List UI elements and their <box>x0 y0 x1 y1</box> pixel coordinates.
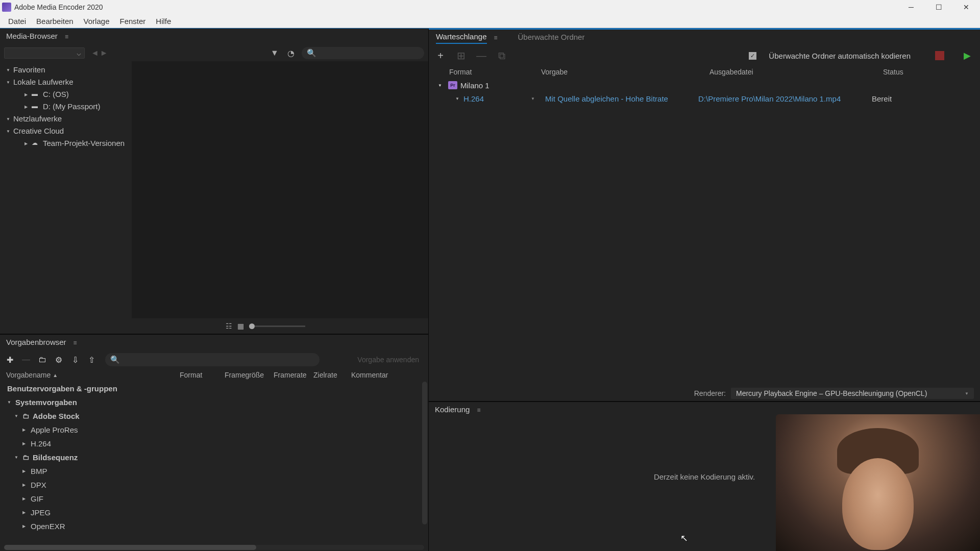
preset-user-group: Benutzervorgaben & -gruppen <box>0 382 428 395</box>
header-name[interactable]: Vorgabename <box>6 371 51 379</box>
preset-gif: ▶GIF <box>0 492 428 506</box>
header-output[interactable]: Ausgabedatei <box>709 68 883 76</box>
header-framerate[interactable]: Framerate <box>274 371 313 379</box>
import-preset-icon[interactable]: ⇩ <box>69 355 81 365</box>
menu-help[interactable]: Hilfe <box>151 15 176 27</box>
media-browser-search[interactable]: 🔍 <box>302 47 424 59</box>
filter-icon[interactable]: ▼ <box>269 47 280 59</box>
tab-watch-folders[interactable]: Überwachte Ordner <box>518 33 585 43</box>
search-icon: 🔍 <box>110 355 120 364</box>
sort-icon[interactable]: ▲ <box>53 372 58 378</box>
preset-scrollbar[interactable] <box>422 382 427 524</box>
tree-drive-d[interactable]: ▬D: (My Passport) <box>0 100 132 112</box>
tree-creative-cloud[interactable]: Creative Cloud <box>0 124 132 137</box>
renderer-label: Renderer: <box>694 389 726 397</box>
header-format[interactable]: Format <box>180 371 225 379</box>
panel-menu-icon[interactable]: ≡ <box>477 407 480 414</box>
queue-panel: Warteschlange ≡ Überwachte Ordner + ⊞ — … <box>429 30 980 402</box>
header-status[interactable]: Status <box>883 68 944 76</box>
search-icon: 🔍 <box>307 48 316 58</box>
tree-local-drives[interactable]: Lokale Laufwerke <box>0 76 132 88</box>
preset-h264: ▶H.264 <box>0 437 428 450</box>
header-comment[interactable]: Kommentar <box>351 371 388 379</box>
export-preset-icon[interactable]: ⇧ <box>86 355 97 365</box>
app-title: Adobe Media Encoder 2020 <box>14 3 897 11</box>
maximize-button[interactable]: ☐ <box>925 0 952 14</box>
add-source-button[interactable]: + <box>435 50 446 62</box>
close-button[interactable]: ✕ <box>952 0 980 14</box>
add-output-button[interactable]: ⊞ <box>455 49 467 62</box>
tree-drive-c[interactable]: ▬C: (OS) <box>0 88 132 100</box>
encoding-status-message: Derzeit keine Kodierung aktiv. <box>654 472 755 481</box>
premiere-icon: Pr <box>448 81 457 89</box>
preset-image-sequence: ▼🗀Bildsequenz <box>0 450 428 464</box>
app-icon <box>2 3 11 12</box>
preset-jpeg: ▶JPEG <box>0 506 428 519</box>
media-browser-panel: Media-Browser ≡ ⌵ ◄ ► ▼ ◔ 🔍 <box>0 29 428 335</box>
queue-item-header[interactable]: ▼ Pr Milano 1 <box>438 79 980 92</box>
preset-headers: Vorgabename▲ Format Framegröße Framerate… <box>0 368 428 382</box>
stop-queue-button[interactable] <box>935 51 944 60</box>
media-browser-tree[interactable]: Favoriten Lokale Laufwerke ▬C: (OS) ▬D: … <box>0 61 132 318</box>
minimize-button[interactable]: ─ <box>897 0 925 14</box>
tree-network[interactable]: Netzlaufwerke <box>0 112 132 124</box>
auto-encode-checkbox[interactable]: ✓ <box>749 52 756 60</box>
preset-apple-prores: ▶Apple ProRes <box>0 423 428 437</box>
encoding-title[interactable]: Kodierung <box>435 405 470 415</box>
panel-menu-icon[interactable]: ≡ <box>65 33 68 40</box>
menu-window[interactable]: Fenster <box>114 15 151 27</box>
nav-forward-icon[interactable]: ► <box>100 48 108 58</box>
add-preset-icon[interactable]: ✚ <box>4 355 15 365</box>
preset-settings-icon[interactable]: ⚙ <box>53 355 64 365</box>
titlebar: Adobe Media Encoder 2020 ─ ☐ ✕ <box>0 0 980 14</box>
apply-preset-button: Vorgabe anwenden <box>357 356 419 364</box>
preset-openexr: ▶OpenEXR <box>0 519 428 533</box>
panel-menu-icon[interactable]: ≡ <box>74 339 77 346</box>
preset-adobe-stock: ▼🗀Adobe Stock <box>0 409 428 423</box>
webcam-overlay <box>776 414 980 551</box>
preset-tree[interactable]: Benutzervorgaben & -gruppen ▼Systemvorga… <box>0 382 428 544</box>
preset-h-scrollbar[interactable] <box>4 545 424 550</box>
duplicate-button[interactable]: ⧉ <box>496 50 507 62</box>
preset-browser-panel: Vorgabenbrowser ≡ ✚ — 🗀 ⚙ ⇩ ⇧ 🔍 Vorgabe … <box>0 335 428 551</box>
menubar: Datei Bearbeiten Vorlage Fenster Hilfe <box>0 14 980 28</box>
output-path[interactable]: D:\Premiere Pro\Milan 2022\Milano 1.mp4 <box>698 94 872 103</box>
thumbnail-size-slider[interactable] <box>249 325 305 327</box>
preset-dpx: ▶DPX <box>0 478 428 492</box>
header-framesize[interactable]: Framegröße <box>225 371 274 379</box>
media-browser-title[interactable]: Media-Browser <box>6 32 58 42</box>
ingest-icon[interactable]: ◔ <box>285 47 297 59</box>
queue-item-name: Milano 1 <box>460 81 489 90</box>
menu-edit[interactable]: Bearbeiten <box>31 15 79 27</box>
preset-system-group: ▼Systemvorgaben <box>0 395 428 409</box>
menu-preset[interactable]: Vorlage <box>79 15 115 27</box>
media-browser-content[interactable] <box>132 61 428 318</box>
remove-preset-icon[interactable]: — <box>20 355 32 364</box>
nav-back-icon[interactable]: ◄ <box>91 48 99 58</box>
renderer-dropdown[interactable]: Mercury Playback Engine – GPU-Beschleuni… <box>731 388 974 399</box>
output-format[interactable]: H.264 <box>463 94 484 103</box>
thumbnail-view-icon[interactable]: ▦ <box>237 322 244 330</box>
output-status: Bereit <box>872 94 892 103</box>
header-format[interactable]: Format <box>449 68 541 76</box>
output-preset[interactable]: Mit Quelle abgleichen - Hohe Bitrate <box>545 94 698 103</box>
remove-button[interactable]: — <box>476 50 487 62</box>
preset-browser-title[interactable]: Vorgabenbrowser <box>6 338 66 348</box>
tab-queue[interactable]: Warteschlange <box>436 32 487 44</box>
tree-favorites[interactable]: Favoriten <box>0 63 132 76</box>
new-group-icon[interactable]: 🗀 <box>37 355 48 364</box>
start-queue-button[interactable]: ▶ <box>964 50 971 61</box>
preset-search[interactable]: 🔍 <box>105 353 320 366</box>
format-dropdown-icon[interactable]: ▼ <box>531 96 535 101</box>
header-bitrate[interactable]: Zielrate <box>313 371 351 379</box>
panel-menu-icon[interactable]: ≡ <box>494 34 498 41</box>
menu-file[interactable]: Datei <box>3 15 31 27</box>
auto-encode-label: Überwachte Ordner automatisch kodieren <box>769 52 911 60</box>
list-view-icon[interactable]: ☷ <box>226 322 232 330</box>
queue-item[interactable]: ▼ Pr Milano 1 ▼ H.264▼ Mit Quelle abglei… <box>429 79 980 105</box>
queue-output-row[interactable]: ▼ H.264▼ Mit Quelle abgleichen - Hohe Bi… <box>438 92 980 105</box>
header-preset[interactable]: Vorgabe <box>541 68 709 76</box>
tree-team-projects[interactable]: ☁Team-Projekt-Versionen <box>0 137 132 149</box>
media-browser-path-dropdown[interactable]: ⌵ <box>4 47 85 59</box>
queue-headers: Format Vorgabe Ausgabedatei Status <box>429 65 980 79</box>
